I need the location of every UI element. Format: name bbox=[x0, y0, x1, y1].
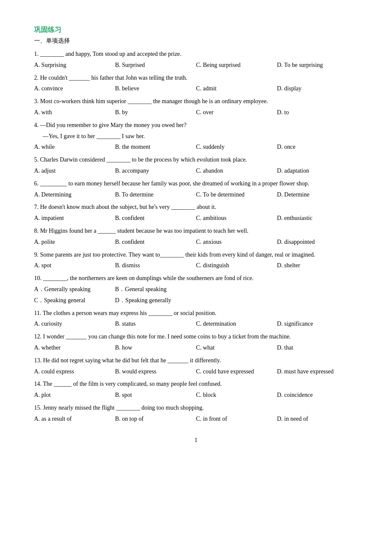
option-9-0: A. spot bbox=[34, 260, 102, 271]
option-10-r1-0: A．Generally speaking bbox=[34, 284, 102, 295]
question-text-5: 5. Charles Darwin considered ________ to… bbox=[34, 155, 358, 165]
option-10-r1-1: B．General speaking bbox=[115, 284, 183, 295]
page-title: 巩固练习 bbox=[34, 26, 358, 35]
options-5: A. adjustB. accompanyC. abandonD. adapta… bbox=[34, 166, 358, 176]
options-8: A. politeB. confidentC. anxiousD. disapp… bbox=[34, 237, 358, 247]
question-text-6: 6. _________ to earn money herself becau… bbox=[34, 179, 358, 189]
question-12: 12. I wonder _______ you can change this… bbox=[34, 332, 358, 353]
option-1-3: D. To be surprising bbox=[277, 60, 345, 70]
option-6-3: D. Determine bbox=[277, 190, 345, 200]
question-text-12: 12. I wonder _______ you can change this… bbox=[34, 332, 358, 342]
option-6-1: B. To determine bbox=[115, 190, 183, 200]
page-number: 1 bbox=[34, 437, 358, 444]
option-9-1: B. dismiss bbox=[115, 260, 183, 271]
option-5-0: A. adjust bbox=[34, 166, 102, 176]
question-text-8: 8. Mr Higgins found her a ______ student… bbox=[34, 226, 358, 236]
option-2-0: A. convince bbox=[34, 84, 102, 94]
option-14-0: A. plot bbox=[34, 390, 102, 400]
question-2: 2. He couldn't _______ his father that J… bbox=[34, 73, 358, 94]
option-5-3: D. adaptation bbox=[277, 166, 345, 176]
option-5-2: C. abandon bbox=[196, 166, 264, 176]
option-13-3: D. must have expressed bbox=[277, 367, 345, 377]
option-13-1: B. would express bbox=[115, 367, 183, 377]
option-13-0: A. could express bbox=[34, 367, 102, 377]
question-text-10: 10. ________, the northerners are keen o… bbox=[34, 273, 358, 283]
question-10: 10. ________, the northerners are keen o… bbox=[34, 273, 358, 305]
question-text-7: 7. He doesn't know much about the subjec… bbox=[34, 202, 358, 212]
option-3-1: B. by bbox=[115, 107, 183, 118]
options-13: A. could expressB. would expressC. could… bbox=[34, 367, 358, 377]
option-14-1: B. spot bbox=[115, 390, 183, 400]
options-11: A. curiosityB. statusC. determinationD. … bbox=[34, 319, 358, 329]
options-14: A. plotB. spotC. blockD. coincidence bbox=[34, 390, 358, 400]
question-1: 1. ________ and happy, Tom stood up and … bbox=[34, 49, 358, 70]
question-11: 11. The clothes a person wears may expre… bbox=[34, 308, 358, 330]
option-13-2: C. could have expressed bbox=[196, 367, 264, 377]
question-text-1: 1. ________ and happy, Tom stood up and … bbox=[34, 49, 358, 59]
option-15-3: D. in need of bbox=[277, 414, 345, 424]
options-4: A. whileB. the momentC. suddenlyD. once bbox=[34, 142, 358, 152]
options-7: A. impatientB. confidentC. ambitiousD. e… bbox=[34, 213, 358, 223]
options-3: A. withB. byC. overD. to bbox=[34, 107, 358, 118]
question-text-13: 13. He did not regret saying what he did… bbox=[34, 356, 358, 366]
option-4-0: A. while bbox=[34, 142, 102, 152]
option-15-0: A. as a result of bbox=[34, 414, 102, 424]
question-15: 15. Jenny nearly missed the flight _____… bbox=[34, 403, 358, 424]
question-text-2: 2. He couldn't _______ his father that J… bbox=[34, 73, 358, 83]
option-14-2: C. block bbox=[196, 390, 264, 400]
option-2-1: B. believe bbox=[115, 84, 183, 94]
option-3-0: A. with bbox=[34, 107, 102, 118]
section-label: 一、单项选择 bbox=[34, 37, 358, 45]
option-12-2: C. what bbox=[196, 343, 264, 353]
option-15-1: B. on top of bbox=[115, 414, 183, 424]
option-2-2: C. admit bbox=[196, 84, 264, 94]
option-11-1: B. status bbox=[115, 319, 183, 329]
option-12-3: D. that bbox=[277, 343, 345, 353]
question-text2-4: —Yes, I gave it to her ________ I saw he… bbox=[34, 131, 358, 142]
options-9: A. spotB. dismissC. distinguishD. shelte… bbox=[34, 260, 358, 271]
question-text-4: 4. —Did you remember to give Mary the mo… bbox=[34, 120, 358, 130]
question-7: 7. He doesn't know much about the subjec… bbox=[34, 202, 358, 223]
option-10-r2-1: D．Speaking generally bbox=[115, 295, 183, 306]
question-3: 3. Most co-workers think him superior __… bbox=[34, 96, 358, 118]
question-8: 8. Mr Higgins found her a ______ student… bbox=[34, 226, 358, 247]
option-1-0: A. Surprising bbox=[34, 60, 102, 70]
options-12: A. whetherB. howC. whatD. that bbox=[34, 343, 358, 353]
option-6-2: C. To be determined bbox=[196, 190, 264, 200]
question-4: 4. —Did you remember to give Mary the mo… bbox=[34, 120, 358, 152]
option-8-3: D. disappointed bbox=[277, 237, 345, 247]
option-6-0: A. Determining bbox=[34, 190, 102, 200]
option-3-3: D. to bbox=[277, 107, 345, 118]
question-9: 9. Some parents are just too protective.… bbox=[34, 250, 358, 271]
option-2-3: D. display bbox=[277, 84, 345, 94]
options-2: A. convinceB. believeC. admitD. display bbox=[34, 84, 358, 94]
option-4-3: D. once bbox=[277, 142, 345, 152]
question-6: 6. _________ to earn money herself becau… bbox=[34, 179, 358, 200]
option-15-2: C. in front of bbox=[196, 414, 264, 424]
option-3-2: C. over bbox=[196, 107, 264, 118]
option-4-1: B. the moment bbox=[115, 142, 183, 152]
option-8-0: A. polite bbox=[34, 237, 102, 247]
question-14: 14. The ______ of the film is very compl… bbox=[34, 379, 358, 400]
option-11-0: A. curiosity bbox=[34, 319, 102, 329]
question-text-14: 14. The ______ of the film is very compl… bbox=[34, 379, 358, 389]
options-6: A. DeterminingB. To determineC. To be de… bbox=[34, 190, 358, 200]
option-11-2: C. determination bbox=[196, 319, 264, 329]
options-1: A. SurprisingB. SurprisedC. Being surpri… bbox=[34, 60, 358, 70]
option-11-3: D. significance bbox=[277, 319, 345, 329]
option-5-1: B. accompany bbox=[115, 166, 183, 176]
option-4-2: C. suddenly bbox=[196, 142, 264, 152]
option-12-0: A. whether bbox=[34, 343, 102, 353]
question-text-9: 9. Some parents are just too protective.… bbox=[34, 250, 358, 260]
question-13: 13. He did not regret saying what he did… bbox=[34, 356, 358, 377]
option-14-3: D. coincidence bbox=[277, 390, 345, 400]
option-8-1: B. confident bbox=[115, 237, 183, 247]
option-7-3: D. enthusiastic bbox=[277, 213, 345, 223]
option-1-2: C. Being surprised bbox=[196, 60, 264, 70]
option-9-2: C. distinguish bbox=[196, 260, 264, 271]
option-10-r2-0: C．Speaking general bbox=[34, 295, 102, 306]
options-10: A．Generally speakingB．General speakingC．… bbox=[34, 284, 358, 306]
option-7-0: A. impatient bbox=[34, 213, 102, 223]
option-1-1: B. Surprised bbox=[115, 60, 183, 70]
option-7-1: B. confident bbox=[115, 213, 183, 223]
